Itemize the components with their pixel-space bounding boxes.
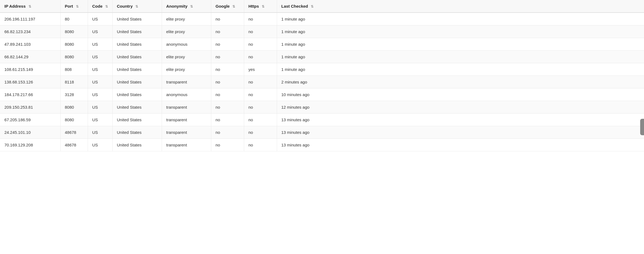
cell-ip: 206.196.111.197 [0,13,60,25]
cell-anonymity: anonymous [162,88,211,101]
table-row: 66.82.123.2348080USUnited Stateselite pr… [0,25,644,38]
cell-port: 8080 [60,51,88,63]
cell-country: United States [112,139,162,151]
table-row: 24.245.101.1048678USUnited Statestranspa… [0,126,644,139]
cell-anonymity: elite proxy [162,63,211,76]
table-row: 67.205.186.598080USUnited Statestranspar… [0,114,644,126]
cell-code: US [88,101,112,114]
sort-icon-anonymity: ⇅ [190,5,193,8]
cell-google: no [211,101,244,114]
cell-last_checked: 1 minute ago [277,38,644,51]
sort-icon-google: ⇅ [232,5,235,8]
proxy-table-container: IP Address ⇅ Port ⇅ Code ⇅ Country ⇅ Ano… [0,0,644,151]
cell-google: no [211,38,244,51]
cell-anonymity: elite proxy [162,13,211,25]
table-row: 138.68.153.1268118USUnited Statestranspa… [0,76,644,88]
cell-https: no [244,88,277,101]
header-port[interactable]: Port ⇅ [60,0,88,13]
cell-code: US [88,38,112,51]
cell-ip: 67.205.186.59 [0,114,60,126]
cell-google: no [211,25,244,38]
cell-country: United States [112,101,162,114]
sort-icon-last-checked: ⇅ [311,5,314,8]
cell-google: no [211,76,244,88]
table-row: 184.178.217.663128USUnited Statesanonymo… [0,88,644,101]
sort-icon-port: ⇅ [76,5,79,8]
header-last-checked[interactable]: Last Checked ⇅ [277,0,644,13]
table-row: 108.61.215.149808USUnited Stateselite pr… [0,63,644,76]
cell-country: United States [112,76,162,88]
cell-ip: 108.61.215.149 [0,63,60,76]
cell-https: no [244,38,277,51]
cell-code: US [88,13,112,25]
cell-port: 8080 [60,38,88,51]
cell-port: 3128 [60,88,88,101]
sort-icon-ip: ⇅ [29,5,31,8]
cell-port: 8080 [60,101,88,114]
cell-google: no [211,114,244,126]
cell-code: US [88,51,112,63]
table-row: 206.196.111.19780USUnited Stateselite pr… [0,13,644,25]
cell-last_checked: 13 minutes ago [277,139,644,151]
cell-country: United States [112,25,162,38]
cell-https: no [244,126,277,139]
table-header-row: IP Address ⇅ Port ⇅ Code ⇅ Country ⇅ Ano… [0,0,644,13]
header-https[interactable]: Https ⇅ [244,0,277,13]
cell-google: no [211,63,244,76]
cell-country: United States [112,126,162,139]
cell-https: no [244,76,277,88]
table-row: 66.82.144.298080USUnited Stateselite pro… [0,51,644,63]
cell-code: US [88,139,112,151]
cell-ip: 66.82.144.29 [0,51,60,63]
header-ip[interactable]: IP Address ⇅ [0,0,60,13]
sort-icon-country: ⇅ [135,5,138,8]
cell-last_checked: 13 minutes ago [277,114,644,126]
cell-anonymity: elite proxy [162,25,211,38]
cell-ip: 209.150.253.81 [0,101,60,114]
cell-port: 8080 [60,25,88,38]
cell-code: US [88,76,112,88]
cell-ip: 70.169.129.208 [0,139,60,151]
cell-country: United States [112,51,162,63]
cell-https: no [244,101,277,114]
header-country[interactable]: Country ⇅ [112,0,162,13]
cell-code: US [88,88,112,101]
cell-last_checked: 12 minutes ago [277,101,644,114]
cell-country: United States [112,63,162,76]
cell-https: no [244,13,277,25]
cell-last_checked: 10 minutes ago [277,88,644,101]
header-code[interactable]: Code ⇅ [88,0,112,13]
cell-code: US [88,25,112,38]
sort-icon-code: ⇅ [105,5,108,8]
cell-anonymity: transparent [162,101,211,114]
cell-https: yes [244,63,277,76]
cell-anonymity: transparent [162,126,211,139]
table-row: 47.89.241.1038080USUnited Statesanonymou… [0,38,644,51]
cell-country: United States [112,13,162,25]
cell-ip: 184.178.217.66 [0,88,60,101]
cell-port: 80 [60,13,88,25]
cell-anonymity: transparent [162,114,211,126]
cell-code: US [88,114,112,126]
cell-port: 808 [60,63,88,76]
header-anonymity[interactable]: Anonymity ⇅ [162,0,211,13]
cell-port: 8118 [60,76,88,88]
sort-icon-https: ⇅ [262,5,264,8]
cell-https: no [244,139,277,151]
cell-google: no [211,126,244,139]
cell-https: no [244,114,277,126]
cell-anonymity: transparent [162,139,211,151]
cell-code: US [88,126,112,139]
cell-last_checked: 1 minute ago [277,25,644,38]
proxy-table: IP Address ⇅ Port ⇅ Code ⇅ Country ⇅ Ano… [0,0,644,151]
cell-https: no [244,51,277,63]
cell-google: no [211,88,244,101]
cell-ip: 47.89.241.103 [0,38,60,51]
scrollbar[interactable] [640,119,644,135]
header-google[interactable]: Google ⇅ [211,0,244,13]
cell-last_checked: 2 minutes ago [277,76,644,88]
cell-country: United States [112,38,162,51]
cell-port: 48678 [60,126,88,139]
table-row: 209.150.253.818080USUnited Statestranspa… [0,101,644,114]
cell-ip: 24.245.101.10 [0,126,60,139]
